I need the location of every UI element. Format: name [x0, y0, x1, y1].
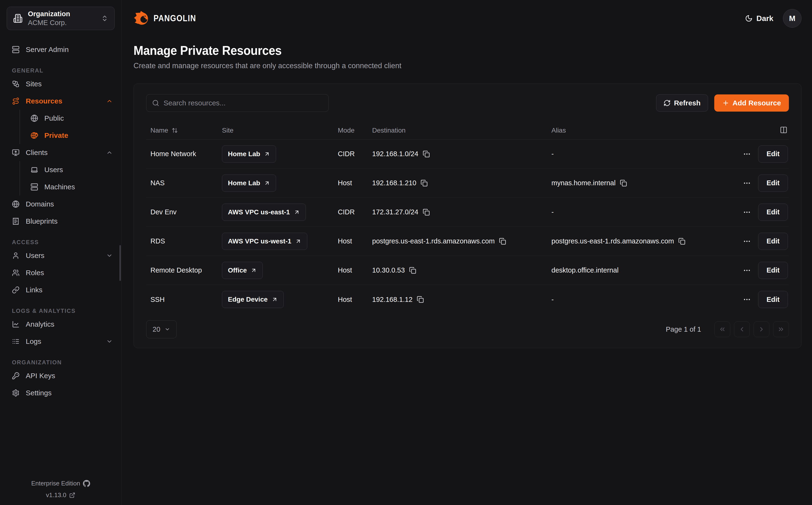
sidebar-item-resources[interactable]: Resources: [0, 93, 121, 110]
sidebar-item-private[interactable]: Private: [20, 127, 121, 144]
chart-line-icon: [12, 320, 20, 328]
copy-alias-button[interactable]: [620, 180, 627, 187]
key-icon: [12, 372, 20, 379]
avatar[interactable]: M: [783, 9, 802, 28]
sidebar-item-api-keys[interactable]: API Keys: [0, 367, 121, 384]
arrow-up-right-icon: [250, 267, 257, 274]
chevron-up-icon[interactable]: [106, 149, 113, 156]
edit-button[interactable]: Edit: [758, 145, 788, 163]
org-switcher-value: ACME Corp.: [28, 19, 96, 27]
sidebar-item-machines[interactable]: Machines: [20, 178, 121, 195]
next-page-button[interactable]: [754, 321, 769, 337]
refresh-label: Refresh: [674, 99, 701, 107]
sidebar-item-client-users[interactable]: Users: [20, 161, 121, 178]
refresh-icon: [663, 100, 671, 107]
ellipsis-icon: [743, 208, 751, 216]
theme-toggle[interactable]: Dark: [745, 14, 773, 23]
resources-card: Refresh Add Resource Name Site Mode: [134, 83, 802, 348]
resource-alias: -: [552, 150, 554, 158]
copy-destination-button[interactable]: [409, 267, 416, 274]
row-menu-button[interactable]: [743, 266, 751, 275]
arrow-up-right-icon: [264, 180, 270, 186]
search-input[interactable]: [164, 99, 323, 107]
row-menu-button[interactable]: [743, 237, 751, 245]
resource-alias: mynas.home.internal: [552, 179, 616, 187]
page-subtitle: Create and manage resources that are onl…: [134, 61, 802, 70]
sidebar-item-sites[interactable]: Sites: [0, 75, 121, 93]
first-page-button[interactable]: [715, 321, 730, 337]
row-menu-button[interactable]: [743, 295, 751, 304]
columns-icon: [780, 126, 787, 134]
edit-button[interactable]: Edit: [758, 175, 788, 192]
sidebar-item-links[interactable]: Links: [0, 281, 121, 299]
pagination-controls: Page 1 of 1: [666, 321, 789, 337]
resource-name: SSH: [151, 296, 165, 304]
site-link[interactable]: Home Lab: [222, 145, 276, 163]
edit-button[interactable]: Edit: [758, 262, 788, 279]
sidebar-item-settings[interactable]: Settings: [0, 384, 121, 401]
edit-button[interactable]: Edit: [758, 233, 788, 250]
edit-button[interactable]: Edit: [758, 291, 788, 308]
site-link[interactable]: Home Lab: [222, 175, 276, 192]
copy-alias-button[interactable]: [678, 238, 685, 245]
sidebar-item-blueprints[interactable]: Blueprints: [0, 213, 121, 230]
edit-button[interactable]: Edit: [758, 204, 788, 221]
search-icon: [152, 100, 159, 107]
row-menu-button[interactable]: [743, 179, 751, 187]
github-icon[interactable]: [83, 480, 90, 487]
copy-destination-button[interactable]: [417, 296, 424, 303]
chevron-up-icon[interactable]: [106, 98, 113, 105]
add-resource-label: Add Resource: [733, 99, 781, 107]
copy-icon: [421, 180, 428, 187]
app-root: Organization ACME Corp. Server Admin GEN…: [0, 0, 812, 505]
row-menu-button[interactable]: [743, 208, 751, 216]
table-row: Dev Env AWS VPC us-east-1 CIDR 172.31.27…: [146, 198, 789, 227]
arrow-up-right-icon: [264, 151, 270, 157]
building-icon: [13, 14, 23, 23]
copy-destination-button[interactable]: [423, 150, 430, 158]
sidebar-item-analytics[interactable]: Analytics: [0, 316, 121, 333]
copy-destination-button[interactable]: [421, 180, 428, 187]
resource-name: RDS: [151, 237, 165, 245]
sidebar-item-public[interactable]: Public: [20, 110, 121, 127]
copy-destination-button[interactable]: [499, 238, 506, 245]
theme-toggle-label: Dark: [757, 14, 773, 23]
site-link[interactable]: AWS VPC us-west-1: [222, 233, 307, 250]
external-link-icon[interactable]: [69, 492, 75, 498]
sidebar-item-domains[interactable]: Domains: [0, 195, 121, 213]
add-resource-button[interactable]: Add Resource: [714, 95, 789, 112]
column-visibility-button[interactable]: [780, 126, 787, 135]
sidebar-item-logs[interactable]: Logs: [0, 333, 121, 350]
last-page-button[interactable]: [773, 321, 789, 337]
version-label: v1.13.0: [46, 491, 66, 499]
page-size-select[interactable]: 20: [146, 320, 177, 338]
globe-icon: [12, 200, 20, 208]
refresh-button[interactable]: Refresh: [656, 95, 708, 112]
sidebar-item-clients[interactable]: Clients: [0, 144, 121, 161]
sidebar-item-label: Resources: [26, 97, 62, 105]
site-link[interactable]: Edge Device: [222, 291, 284, 308]
sidebar-item-server-admin[interactable]: Server Admin: [0, 41, 121, 58]
sidebar-item-label: Logs: [26, 337, 41, 345]
brand[interactable]: PANGOLIN: [134, 10, 202, 26]
brand-name: PANGOLIN: [154, 13, 196, 23]
site-link[interactable]: AWS VPC us-east-1: [222, 204, 306, 221]
copy-icon: [678, 238, 685, 245]
section-heading-organization: ORGANIZATION: [12, 359, 121, 366]
card-toolbar: Refresh Add Resource: [146, 94, 789, 112]
site-link[interactable]: Office: [222, 262, 263, 279]
row-menu-button[interactable]: [743, 150, 751, 158]
sidebar-scrollbar-thumb[interactable]: [120, 245, 121, 281]
sidebar-item-roles[interactable]: Roles: [0, 264, 121, 281]
sites-icon: [12, 80, 20, 88]
copy-icon: [409, 267, 416, 274]
sort-icon[interactable]: [172, 127, 178, 134]
chevron-down-icon[interactable]: [106, 338, 113, 345]
resource-mode: Host: [338, 179, 352, 187]
previous-page-button[interactable]: [734, 321, 750, 337]
sidebar-item-users[interactable]: Users: [0, 247, 121, 264]
org-switcher[interactable]: Organization ACME Corp.: [7, 7, 115, 30]
resource-mode: Host: [338, 296, 352, 304]
copy-destination-button[interactable]: [423, 209, 430, 216]
chevron-down-icon[interactable]: [106, 252, 113, 259]
